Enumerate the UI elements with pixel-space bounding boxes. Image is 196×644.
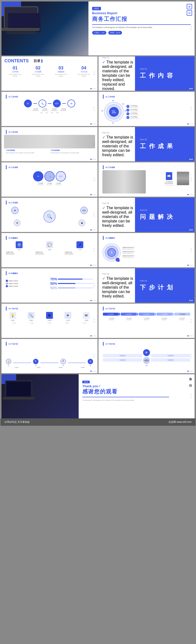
share-icon: ↗	[76, 241, 83, 248]
part-left: Part 01 ✓ The template is well-designed,…	[98, 56, 137, 91]
code-icon: </>	[143, 357, 150, 364]
section-label-5: 01.工作内容	[103, 95, 190, 98]
section-label-17: 04.下步计划	[6, 342, 93, 346]
circle-3: </>	[53, 100, 61, 108]
section-label-6: 01.工作内容	[6, 130, 93, 134]
part-num-label: Part 01	[102, 56, 134, 59]
section-label-4: 01.工作内容	[6, 95, 93, 98]
circle-1: ✈	[24, 100, 32, 108]
watermark: 志设	[190, 106, 193, 111]
contents-title: CONTENTS	[4, 58, 29, 64]
business-cn: 商务工作汇报	[92, 16, 191, 23]
contents-item-02: 02 工作成果 brief description of thistemplat…	[27, 66, 49, 77]
slide-part-03: Part 03 ✓ The template is well-designed,…	[98, 198, 195, 232]
result-img-left	[102, 170, 146, 194]
watermark: 志设	[190, 26, 193, 31]
watermark: 志设	[93, 212, 96, 217]
slide-plan-3: 04.下步计划 💡 01 🔍 02 📍 03	[1, 339, 98, 373]
circles-row: ✈ 🔍 </> ✉	[4, 100, 95, 108]
footer-right: 志设网 www.zs9.com	[169, 420, 192, 424]
search-icon: 🔍	[28, 312, 34, 319]
watermark: 志设	[93, 283, 96, 288]
thanks-corner-icon: ⊕	[189, 377, 192, 381]
footer-left: 分享好作品 天天拿收益	[4, 420, 30, 424]
section-label-8: 02.工作成果	[6, 165, 93, 169]
watermark: 志设	[93, 354, 96, 358]
image-placeholder	[4, 135, 95, 148]
contents-header: CONTENTS 目录	[1, 56, 98, 64]
part-left-2: Part 02 ✓ The template is well-designed,…	[98, 127, 137, 161]
circle-2: 🔍	[38, 100, 46, 108]
watermark: 志设	[93, 248, 96, 252]
footer-bar: 分享好作品 天天拿收益 志设网 www.zs9.com	[0, 418, 196, 426]
plan-icon-4: ✈ 计划04	[64, 312, 71, 321]
team-diagram: 计划项目01 计划项目02 👁 </> 05 计划项目03 计划项目04	[101, 347, 192, 369]
reporter-tag: 汇报人：XX	[92, 31, 107, 34]
thanks-corner-icon2: ⊖	[189, 383, 192, 388]
slide-cover: ⊕ ⊖ 2022 Business Report 商务工作汇报 The temp…	[1, 2, 195, 56]
slide-part-04: Part 04 ✓ The template is well-designed,…	[98, 268, 195, 303]
year-badge: 2022	[92, 7, 101, 10]
chat-icon: 💬	[46, 241, 53, 248]
watermark: 志设	[190, 283, 193, 288]
circle-4: ✉	[67, 100, 75, 108]
icon-item-1: ⚙️ 工具	[16, 241, 22, 250]
bulb-icon: 💡	[9, 312, 16, 319]
part-left-3: Part 03 ✓ The template is well-designed,…	[98, 198, 137, 232]
thanks-sub: The template is well-designed, all mater…	[82, 399, 191, 402]
watermark: 志设	[93, 177, 96, 182]
step-line-diagram: 💡 01 🔍 02 📍 03 ⚙ 04	[4, 347, 95, 366]
watermark: 志设	[190, 142, 193, 147]
icons-grid: ⚙️ 工具 💬 沟通 ↗ 分享	[4, 241, 95, 250]
slide-work-content-3: 01.工作内容 工作内容标题 brief description of this…	[1, 127, 98, 161]
part-04-title: 下 步 计 划	[140, 284, 174, 291]
plan-icons: 💡 计划01 🔍 计划02 ⚙ 计划03 ✈ 计划04 ✉ 计划05	[4, 312, 95, 321]
watermark: 志设	[190, 354, 193, 358]
settings-icon: ⚙	[46, 312, 53, 319]
keyword-diagram: Keyword 01 02 03 04 05	[103, 101, 125, 123]
section-label-13b: 03.问题解决	[6, 271, 93, 275]
section-label-10: 02.工作成果	[6, 200, 93, 204]
watermark: 志设	[190, 248, 193, 252]
contents-item-04: 04 下步计划 brief description of thistemplat…	[73, 66, 95, 77]
cover-subtitle: The template is well-designed, all mater…	[92, 26, 191, 29]
venn-diagram: 🔍 ✈ </> ★ ◆	[4, 206, 95, 228]
cover-right: ⊕ ⊖ 2022 Business Report 商务工作汇报 The temp…	[88, 2, 195, 56]
slide-work-result-3: 02.工作成果 🔍 ✈ </> ★ ◆ 志设	[1, 198, 98, 232]
book-icon: 📖	[166, 172, 172, 180]
part-left-4: Part 04 ✓ The template is well-designed,…	[98, 268, 137, 303]
slide-thanks: ⊕ ⊖ 2022 Thank you ! 感谢您的观看 The template…	[1, 374, 195, 418]
big-circle-3: </>	[56, 171, 66, 182]
slide-problem-1: 03.问题解决 ⚙️ 工具 💬 沟通 ↗ 分享 问题解决说明brief desc…	[1, 233, 98, 267]
eye-icon: 👁	[143, 349, 150, 356]
slide-plan-2: 04.下步计划 计划步骤01 计划步骤02 计划步骤03 计划步骤04 计划步骤…	[98, 304, 195, 338]
plan-icon-2: 🔍 计划02	[28, 312, 34, 321]
thanks-left	[1, 374, 79, 418]
big-circles: ✈ 🔍 </>	[4, 171, 95, 182]
dots-indicator	[90, 88, 96, 89]
plane-icon: ✈	[64, 312, 71, 319]
result-img-right	[177, 172, 189, 185]
plan-icon-1: 💡 计划01	[9, 312, 16, 321]
part-03-title: 问 题 解 决	[140, 213, 174, 221]
keyword-center: Keyword	[109, 107, 119, 117]
slide-work-result-2: 02.工作成果 📖 工作成果说明brief description 工作成果详细…	[98, 162, 195, 197]
concentric-diagram: $ 📍	[102, 243, 121, 262]
contents-item-03: 03 问题描述 brief description of thistemplat…	[50, 66, 72, 77]
slide-plan-4: 04.下步计划 计划项目01 计划项目02 👁 </> 05 计划项目03 计划…	[98, 339, 195, 373]
full-page: ⊕ ⊖ 2022 Business Report 商务工作汇报 The temp…	[0, 0, 196, 426]
watermark: 志设	[190, 212, 193, 217]
slide-part-02: Part 02 ✓ The template is well-designed,…	[98, 127, 195, 161]
blue-bar	[41, 59, 42, 63]
part-right: Part 01 工 作 内 容	[135, 56, 195, 91]
thanks-year: 2022	[82, 380, 90, 383]
slide-plan-1: 04.下步计划 💡 计划01 🔍 计划02 ⚙ 计划03 ✈ 计划04	[1, 304, 98, 338]
section-label-18: 04.下步计划	[103, 342, 190, 346]
part-right-2: Part 02 工 作 成 果	[135, 127, 195, 161]
slide-contents: CONTENTS 目录 01 工作内容 brief description of…	[1, 56, 98, 91]
slide-part-01: Part 01 ✓ The template is well-designed,…	[98, 56, 195, 91]
part-right-3: Part 03 问 题 解 决	[135, 198, 195, 232]
small-nums: 01 02 03 04	[4, 112, 95, 114]
watermark: 志设	[93, 71, 96, 76]
watermark: 志设	[93, 106, 96, 111]
